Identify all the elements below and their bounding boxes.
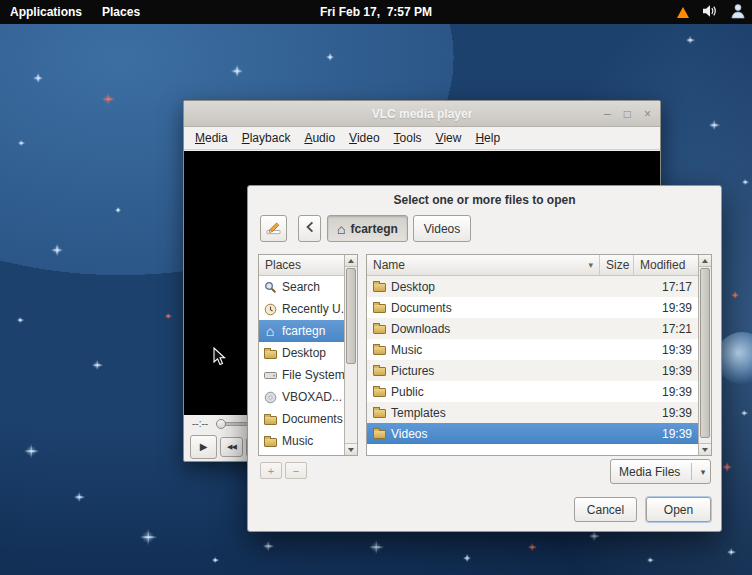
user-menu-icon[interactable] (730, 3, 746, 22)
clock[interactable]: Fri Feb 17, 7:57 PM (320, 0, 432, 24)
folder-icon (373, 409, 386, 418)
file-row-documents[interactable]: Documents 19:39 (367, 297, 698, 318)
file-modified: 17:21 (634, 318, 698, 339)
scroll-down-icon[interactable] (699, 443, 711, 455)
file-row-pictures[interactable]: Pictures 19:39 (367, 360, 698, 381)
vlc-titlebar[interactable]: VLC media player – □ × (184, 101, 660, 127)
star (115, 207, 121, 213)
scrollbar-thumb[interactable] (346, 268, 356, 364)
top-panel: Applications Places Fri Feb 17, 7:57 PM (0, 0, 752, 24)
play-button[interactable]: ▶ (190, 435, 217, 459)
home-icon: ⌂ (263, 325, 277, 337)
clock-icon (263, 303, 277, 316)
place-vboxadditions[interactable]: VBOXAD... (259, 386, 344, 408)
file-row-videos[interactable]: Videos 19:39 (367, 423, 698, 444)
folder-icon (373, 325, 386, 334)
vlc-tray-icon[interactable] (677, 7, 689, 18)
file-modified: 19:39 (634, 297, 698, 318)
file-modified: 17:17 (634, 276, 698, 297)
star (326, 53, 334, 61)
maximize-button[interactable]: □ (624, 101, 631, 127)
folder-icon (263, 414, 277, 425)
folder-icon (373, 283, 386, 292)
menu-playback[interactable]: Playback (235, 129, 298, 147)
previous-button[interactable]: ◀◀ (220, 437, 243, 457)
place-label: File System (282, 368, 344, 382)
back-button[interactable] (298, 215, 321, 242)
star (741, 410, 748, 417)
dialog-title: Select one or more files to open (248, 186, 721, 207)
scroll-up-icon[interactable] (345, 255, 357, 267)
volume-icon[interactable] (702, 4, 717, 21)
star (51, 244, 63, 256)
scroll-up-icon[interactable] (699, 255, 711, 267)
home-icon: ⌂ (337, 223, 345, 235)
scrollbar-trough[interactable] (699, 267, 711, 443)
file-row-music[interactable]: Music 19:39 (367, 339, 698, 360)
file-modified: 19:39 (634, 381, 698, 402)
place-file-system[interactable]: File System (259, 364, 344, 386)
seek-handle[interactable] (216, 419, 226, 429)
star (727, 548, 736, 557)
menu-help[interactable]: Help (468, 129, 507, 147)
place-desktop[interactable]: Desktop (259, 342, 344, 364)
file-size (600, 318, 634, 339)
breadcrumb-videos[interactable]: Videos (413, 215, 471, 242)
system-tray (677, 0, 746, 24)
remove-bookmark-button[interactable]: − (285, 462, 307, 479)
sort-indicator-icon: ▾ (588, 260, 593, 270)
file-row-downloads[interactable]: Downloads 17:21 (367, 318, 698, 339)
star (231, 65, 243, 77)
file-modified: 19:39 (634, 423, 698, 444)
open-button[interactable]: Open (646, 497, 711, 522)
folder-icon (263, 348, 277, 359)
close-button[interactable]: × (644, 101, 651, 127)
scroll-down-icon[interactable] (345, 443, 357, 455)
star (165, 313, 172, 320)
menu-tools[interactable]: Tools (387, 129, 429, 147)
menu-media[interactable]: Media (188, 129, 235, 147)
menu-view[interactable]: View (429, 129, 469, 147)
applications-menu[interactable]: Applications (0, 0, 92, 24)
column-header-size[interactable]: Size (600, 255, 634, 276)
file-list: Name ▾ Size Modified Desktop 17:17 (367, 255, 698, 455)
places-header[interactable]: Places (259, 255, 344, 276)
scrollbar-thumb[interactable] (700, 268, 710, 438)
file-name: Desktop (391, 280, 435, 294)
places-scrollbar[interactable] (344, 255, 357, 455)
place-music[interactable]: Music (259, 430, 344, 452)
place-search[interactable]: Search (259, 276, 344, 298)
places-menu[interactable]: Places (92, 0, 150, 24)
type-location-button[interactable] (260, 215, 287, 242)
place-label: Search (282, 280, 320, 294)
breadcrumb-home[interactable]: ⌂ fcartegn (327, 215, 408, 242)
menu-audio[interactable]: Audio (297, 129, 342, 147)
add-bookmark-button[interactable]: + (260, 462, 282, 479)
star (18, 140, 25, 147)
folder-icon (373, 430, 386, 439)
file-list-scrollbar[interactable] (698, 255, 711, 455)
desktop-background: Applications Places Fri Feb 17, 7:57 PM … (0, 0, 752, 575)
star (369, 540, 384, 555)
file-type-filter[interactable]: Media Files ▾ (610, 459, 711, 484)
star (33, 73, 43, 83)
place-home[interactable]: ⌂ fcartegn (259, 320, 344, 342)
file-row-desktop[interactable]: Desktop 17:17 (367, 276, 698, 297)
vlc-window-title: VLC media player (184, 107, 660, 121)
column-header-name[interactable]: Name ▾ (367, 255, 600, 276)
menu-video[interactable]: Video (342, 129, 386, 147)
file-size (600, 381, 634, 402)
place-recently-used[interactable]: Recently U... (259, 298, 344, 320)
filter-value: Media Files (611, 465, 691, 479)
file-row-public[interactable]: Public 19:39 (367, 381, 698, 402)
disc-icon (263, 391, 277, 404)
cancel-button[interactable]: Cancel (574, 497, 637, 522)
file-row-templates[interactable]: Templates 19:39 (367, 402, 698, 423)
places-panel: Places Search Recently U... ⌂ fcartegn (258, 254, 358, 456)
scrollbar-trough[interactable] (345, 267, 357, 443)
column-header-modified[interactable]: Modified (634, 255, 698, 276)
minimize-button[interactable]: – (604, 101, 611, 127)
drive-icon (263, 370, 277, 381)
file-name: Templates (391, 406, 446, 420)
place-documents[interactable]: Documents (259, 408, 344, 430)
